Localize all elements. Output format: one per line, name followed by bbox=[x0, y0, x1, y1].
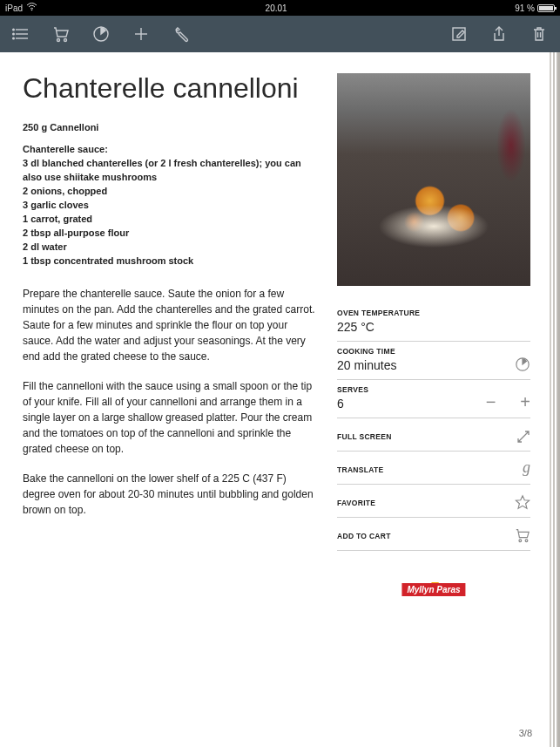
recipe-page: Chanterelle cannelloni 250 g Cannelloni … bbox=[0, 52, 550, 747]
oven-temp-label: OVEN TEMPERATURE bbox=[337, 309, 530, 317]
translate-icon: g bbox=[523, 458, 530, 477]
add-icon[interactable] bbox=[131, 24, 152, 44]
oven-temp-row: OVEN TEMPERATURE 225 °C bbox=[337, 303, 530, 342]
svg-point-6 bbox=[13, 37, 15, 39]
recipe-photo bbox=[337, 73, 530, 286]
serves-value: 6 bbox=[337, 397, 486, 411]
serves-row: SERVES 6 − + bbox=[337, 380, 530, 418]
add-to-cart-row[interactable]: ADD TO CART bbox=[337, 518, 530, 551]
fullscreen-row[interactable]: FULL SCREEN bbox=[337, 418, 530, 452]
brand-logo: |||||||||||| Myllyn Paras bbox=[337, 568, 530, 607]
svg-point-0 bbox=[31, 10, 33, 11]
sauce-ingredient: 2 tbsp all-purpose flour bbox=[23, 227, 320, 241]
star-icon bbox=[515, 494, 530, 510]
fullscreen-label: FULL SCREEN bbox=[337, 432, 516, 441]
svg-point-7 bbox=[57, 39, 60, 42]
battery-pct: 91 % bbox=[515, 3, 535, 13]
settings-icon[interactable] bbox=[171, 24, 192, 44]
cart-icon[interactable] bbox=[51, 24, 71, 44]
add-to-cart-label: ADD TO CART bbox=[337, 532, 515, 540]
list-icon[interactable] bbox=[10, 24, 31, 44]
instruction-step: Bake the cannelloni on the lower shelf o… bbox=[23, 471, 320, 518]
page-indicator: 3/8 bbox=[519, 728, 532, 738]
svg-point-19 bbox=[519, 540, 522, 542]
wifi-icon bbox=[26, 3, 37, 13]
sauce-ingredient: 1 carrot, grated bbox=[23, 213, 320, 227]
share-icon[interactable] bbox=[489, 24, 509, 44]
cooking-time-label: COOKING TIME bbox=[337, 347, 515, 356]
cooking-time-row: COOKING TIME 20 minutes bbox=[337, 342, 530, 380]
battery-icon bbox=[537, 4, 555, 12]
status-bar: iPad 20.01 91 % bbox=[0, 0, 560, 16]
sauce-ingredient: 1 tbsp concentrated mushroom stock bbox=[23, 255, 320, 268]
svg-point-4 bbox=[13, 29, 15, 31]
sauce-ingredient: 2 dl water bbox=[23, 241, 320, 255]
sauce-ingredient: 3 dl blanched chanterelles (or 2 l fresh… bbox=[23, 157, 320, 185]
favorite-row[interactable]: FAVORITE bbox=[337, 485, 530, 518]
instruction-step: Fill the cannelloni with the sauce using… bbox=[23, 378, 320, 457]
brand-text: Myllyn Paras bbox=[401, 583, 465, 596]
carrier-label: iPad bbox=[5, 3, 23, 13]
sauce-heading: Chanterelle sauce: bbox=[23, 143, 320, 157]
sauce-ingredient: 3 garlic cloves bbox=[23, 199, 320, 213]
sauce-ingredient: 2 onions, chopped bbox=[23, 185, 320, 199]
oven-temp-value: 225 °C bbox=[337, 320, 530, 334]
clock: 20.01 bbox=[37, 3, 515, 13]
page-stack-edge bbox=[550, 52, 560, 747]
serves-label: SERVES bbox=[337, 385, 486, 394]
instructions-block: Prepare the chanterelle sauce. Saute the… bbox=[23, 286, 320, 518]
svg-point-5 bbox=[13, 33, 15, 35]
main-ingredient: 250 g Cannelloni bbox=[23, 121, 320, 135]
serves-increment[interactable]: + bbox=[520, 393, 530, 411]
svg-point-8 bbox=[64, 39, 67, 42]
toolbar bbox=[0, 16, 560, 52]
recipe-title: Chanterelle cannelloni bbox=[23, 73, 320, 104]
serves-decrement[interactable]: − bbox=[486, 393, 496, 411]
cart-small-icon bbox=[515, 527, 530, 543]
cooking-time-value: 20 minutes bbox=[337, 358, 515, 372]
instruction-step: Prepare the chanterelle sauce. Saute the… bbox=[23, 286, 320, 364]
expand-icon bbox=[516, 430, 530, 444]
favorite-label: FAVORITE bbox=[337, 499, 515, 507]
timer-small-icon[interactable] bbox=[515, 357, 530, 372]
translate-row[interactable]: TRANSLATE g bbox=[337, 452, 530, 485]
trash-icon[interactable] bbox=[529, 24, 550, 44]
ingredients-block: 250 g Cannelloni Chanterelle sauce: 3 dl… bbox=[23, 121, 320, 268]
edit-icon[interactable] bbox=[449, 24, 469, 44]
timer-icon[interactable] bbox=[91, 24, 111, 44]
translate-label: TRANSLATE bbox=[337, 465, 523, 474]
svg-point-20 bbox=[525, 540, 528, 542]
